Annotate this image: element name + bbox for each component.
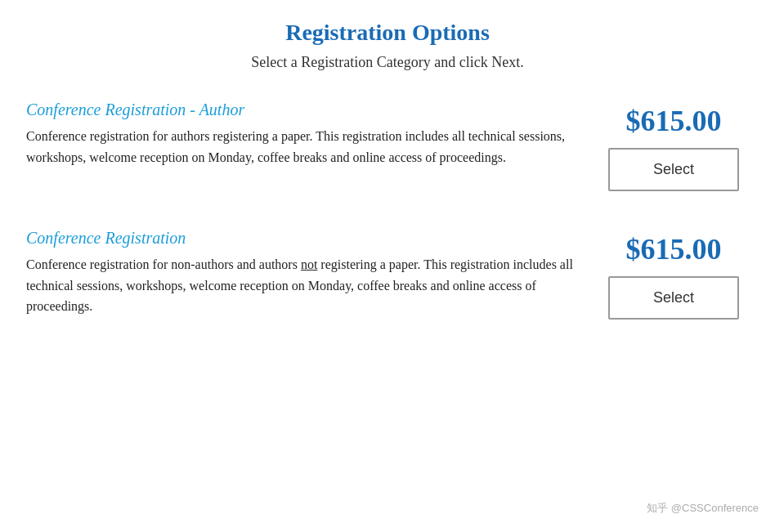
select-button-author[interactable]: Select bbox=[608, 148, 739, 191]
item-description-non-author: Conference registration for non-authors … bbox=[26, 254, 579, 317]
item-content-author: Conference Registration - Author Confere… bbox=[26, 101, 598, 168]
item-price-author: $615.00 bbox=[626, 104, 722, 138]
item-action-non-author: $615.00 Select bbox=[598, 229, 749, 320]
page-header: Registration Options Select a Registrati… bbox=[26, 20, 749, 71]
category-title-author: Conference Registration - Author bbox=[26, 101, 579, 119]
item-content-non-author: Conference Registration Conference regis… bbox=[26, 229, 598, 317]
registration-item-author: Conference Registration - Author Confere… bbox=[26, 87, 749, 191]
item-description-author: Conference registration for authors regi… bbox=[26, 126, 579, 168]
select-button-non-author[interactable]: Select bbox=[608, 276, 739, 320]
item-action-author: $615.00 Select bbox=[598, 101, 749, 191]
item-price-non-author: $615.00 bbox=[626, 232, 722, 266]
registration-item-non-author: Conference Registration Conference regis… bbox=[26, 216, 749, 320]
page-title: Registration Options bbox=[26, 20, 749, 46]
category-title-non-author: Conference Registration bbox=[26, 229, 579, 248]
watermark: 知乎 @CSSConference bbox=[647, 501, 759, 516]
page-subtitle: Select a Registration Category and click… bbox=[26, 54, 749, 71]
